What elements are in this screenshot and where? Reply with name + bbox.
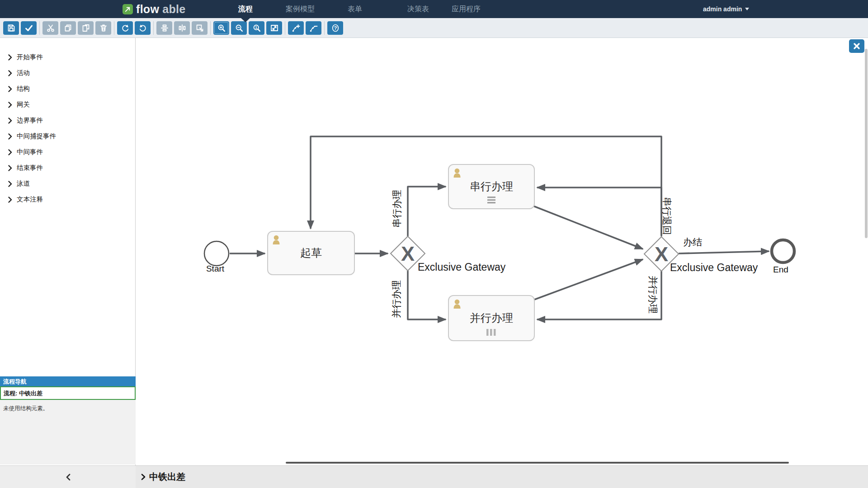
undo-button[interactable] <box>135 21 151 35</box>
task-parallel[interactable]: 并行办理 <box>448 296 534 341</box>
tab-forms[interactable]: 表单 <box>348 0 362 18</box>
zoom-in-button[interactable] <box>213 21 229 35</box>
palette-item-intermediate-events[interactable]: 中间事件 <box>0 144 135 160</box>
chevron-down-icon <box>745 8 749 10</box>
end-circle[interactable] <box>772 240 794 263</box>
palette-item-activities[interactable]: 活动 <box>0 65 135 81</box>
flow-gw2-to-parallel[interactable] <box>537 271 661 319</box>
chevron-right-icon <box>8 54 12 61</box>
add-bendpoint-button[interactable] <box>288 21 304 35</box>
navigator-note: 未使用结构元素。 <box>3 405 48 412</box>
start-circle[interactable] <box>204 241 229 266</box>
gateway-1[interactable]: XExclusive Gateway <box>391 236 506 273</box>
gateway-label: Exclusive Gateway <box>418 261 506 273</box>
vertical-scrollbar[interactable] <box>865 49 868 238</box>
remove-bendpoint-button[interactable] <box>306 21 321 35</box>
help-icon: ? <box>331 23 340 33</box>
redo-button[interactable] <box>117 21 133 35</box>
copy-button[interactable] <box>60 21 76 35</box>
flow-gw2-to-end[interactable] <box>679 251 769 253</box>
palette-item-start-events[interactable]: 开始事件 <box>0 49 135 65</box>
palette-item-gateways[interactable]: 网关 <box>0 97 135 113</box>
palette-item-boundary-events[interactable]: 边界事件 <box>0 113 135 128</box>
chevron-right-icon <box>8 197 12 203</box>
toolbar-separator <box>285 21 285 35</box>
gateway-label: Exclusive Gateway <box>670 262 758 273</box>
tab-case-models[interactable]: 案例模型 <box>286 0 315 18</box>
svg-text:?: ? <box>334 25 337 31</box>
palette-item-label: 网关 <box>17 100 30 109</box>
palette-item-text-annotation[interactable]: 文本注释 <box>0 192 135 207</box>
tab-processes[interactable]: 流程 <box>238 0 253 18</box>
zoom-actual-button[interactable]: 1 <box>249 21 264 35</box>
chevron-right-icon <box>8 70 12 76</box>
flow-gw1-to-serial[interactable] <box>408 187 446 236</box>
palette-item-label: 边界事件 <box>17 116 43 125</box>
logo-text-able: able <box>162 3 185 16</box>
chevron-right-icon <box>8 133 12 140</box>
task-label: 起草 <box>300 247 322 259</box>
paste-button[interactable] <box>78 21 94 35</box>
end-event[interactable]: End <box>772 240 794 274</box>
palette-item-swimlanes[interactable]: 泳道 <box>0 176 135 192</box>
palette-item-intermediate-catching-events[interactable]: 中间捕捉事件 <box>0 128 135 144</box>
chevron-right-icon <box>8 181 12 187</box>
cut-button[interactable] <box>42 21 58 35</box>
flow-parallel-to-gw2[interactable] <box>534 259 643 300</box>
same-size-button[interactable] <box>192 21 208 35</box>
user-menu[interactable]: admin admin <box>703 0 749 18</box>
remove-bendpoint-icon <box>309 23 318 33</box>
zoom-fit-button[interactable] <box>266 21 282 35</box>
zoom-fit-icon <box>270 23 279 33</box>
sidebar-collapse-bar[interactable] <box>0 465 136 488</box>
chevron-right-icon <box>141 474 146 480</box>
top-navbar: flow able 流程案例模型表单决策表应用程序 admin admin <box>0 0 868 18</box>
tab-decision-tables[interactable]: 决策表 <box>407 0 429 18</box>
palette-item-structural[interactable]: 结构 <box>0 81 135 97</box>
palette-item-end-events[interactable]: 结束事件 <box>0 160 135 176</box>
palette-item-label: 中间事件 <box>17 148 43 156</box>
bpmn-diagram: 串行办理并行办理串行退回并行办理办结Start起草XExclusive Gate… <box>136 38 868 465</box>
align-horizontal-button[interactable] <box>174 21 190 35</box>
palette-item-label: 活动 <box>17 69 30 77</box>
save-button[interactable] <box>3 21 19 35</box>
bpmn-canvas[interactable]: 串行办理并行办理串行退回并行办理办结Start起草XExclusive Gate… <box>136 38 868 465</box>
toolbar-separator <box>153 21 154 35</box>
chevron-right-icon <box>8 165 12 171</box>
tab-label: 案例模型 <box>286 5 315 14</box>
navigator-selected-item[interactable]: 流程: 中铁出差 <box>0 386 136 400</box>
svg-text:1: 1 <box>255 25 257 30</box>
horizontal-scrollbar[interactable] <box>286 462 789 464</box>
toolbar-separator <box>210 21 211 35</box>
align-vertical-icon <box>160 23 169 33</box>
stencil-palette: 开始事件活动结构网关边界事件中间捕捉事件中间事件结束事件泳道文本注释 <box>0 38 135 207</box>
multi-instance-sequential-icon <box>487 197 495 203</box>
zoom-out-icon <box>235 23 244 33</box>
flow-gw1-to-parallel[interactable] <box>408 271 446 319</box>
same-size-icon <box>195 23 204 33</box>
flowable-logo[interactable]: flow able <box>123 0 185 18</box>
exclusive-gateway-x-icon: X <box>655 243 668 266</box>
zoom-out-button[interactable] <box>231 21 247 35</box>
edge-label: 串行办理 <box>392 190 402 228</box>
add-bendpoint-icon <box>292 23 301 33</box>
validate-button[interactable] <box>21 21 37 35</box>
zoom-actual-icon: 1 <box>252 23 261 33</box>
tab-label: 决策表 <box>407 5 429 14</box>
align-vertical-button[interactable] <box>156 21 172 35</box>
task-serial[interactable]: 串行办理 <box>448 164 534 209</box>
close-editor-button[interactable] <box>849 39 864 53</box>
edge-layer <box>230 136 769 319</box>
toolbar-separator <box>39 21 40 35</box>
close-icon <box>852 42 861 51</box>
tab-apps[interactable]: 应用程序 <box>452 0 481 18</box>
start-event[interactable]: Start <box>204 241 229 273</box>
palette-item-label: 文本注释 <box>17 195 43 204</box>
flow-serial-to-gw2[interactable] <box>533 206 643 249</box>
flow-gw2-to-serial[interactable] <box>537 188 661 236</box>
multi-instance-parallel-icon <box>486 329 496 336</box>
task-draft[interactable]: 起草 <box>268 231 354 275</box>
delete-button[interactable] <box>95 21 111 35</box>
edge-label: 并行办理 <box>391 280 401 318</box>
help-button[interactable]: ? <box>327 21 343 35</box>
